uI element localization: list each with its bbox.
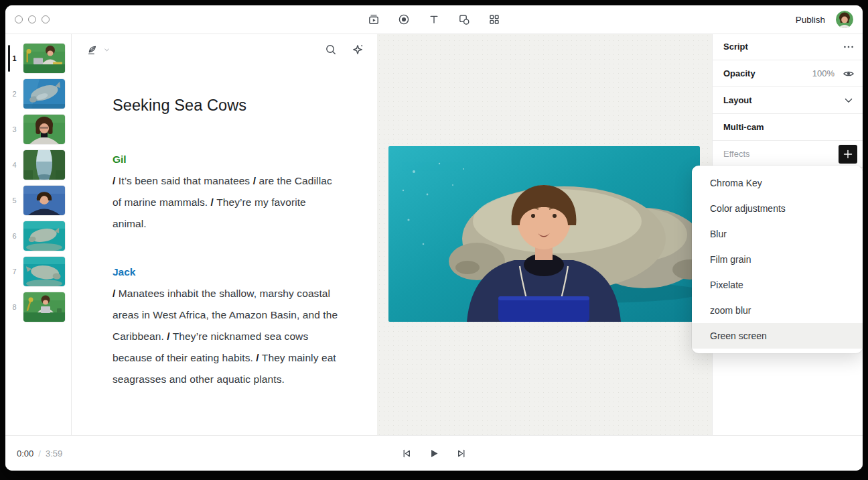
script-text[interactable]: / Manatees inhabit the shallow, marshy c… bbox=[113, 283, 340, 390]
clip-thumbnail[interactable] bbox=[23, 292, 65, 322]
effects-menu-item-chroma-key[interactable]: Chroma Key bbox=[692, 170, 863, 196]
inspector-value: 100% bbox=[812, 68, 835, 78]
shapes-icon[interactable] bbox=[458, 13, 470, 25]
clip-thumbnail[interactable] bbox=[23, 44, 65, 73]
clip-rail-item: 7 bbox=[5, 257, 71, 286]
inspector-label: Layout bbox=[723, 95, 843, 105]
record-icon bbox=[398, 13, 410, 25]
current-time: 0:00 bbox=[17, 448, 33, 459]
media-player-icon bbox=[368, 13, 380, 25]
effects-menu: Chroma KeyColor adjustmentsBlurFilm grai… bbox=[692, 166, 863, 353]
script-panel-header bbox=[86, 43, 364, 56]
user-avatar[interactable] bbox=[836, 11, 853, 28]
topbar-right: Publish bbox=[796, 5, 853, 34]
playback-controls bbox=[401, 436, 467, 471]
write-mode-button[interactable] bbox=[86, 44, 111, 56]
clip-number: 6 bbox=[5, 232, 23, 240]
dots-icon[interactable] bbox=[843, 41, 855, 53]
clip-thumbnail[interactable] bbox=[23, 79, 65, 109]
inspector-row-multi-cam[interactable]: Multi-cam bbox=[713, 114, 863, 141]
skip-back-icon[interactable] bbox=[401, 448, 413, 459]
script-panel: Seeking Sea Cows Gil/ It’s been said tha… bbox=[72, 34, 377, 436]
ai-sparkle-icon bbox=[352, 44, 364, 56]
clip-rail-item: 1 bbox=[5, 44, 71, 73]
clip-number: 7 bbox=[5, 267, 23, 276]
clip-number: 3 bbox=[5, 125, 23, 133]
inspector-row-script[interactable]: Script bbox=[713, 34, 863, 60]
timecode: 0:00 / 3:59 bbox=[17, 436, 62, 471]
inspector-row-opacity[interactable]: Opacity100% bbox=[713, 60, 863, 87]
script-header-actions bbox=[325, 44, 364, 56]
skip-forward-icon bbox=[456, 448, 467, 459]
speaker-label[interactable]: Jack bbox=[113, 261, 340, 283]
eye-icon[interactable] bbox=[843, 68, 855, 80]
dots-icon bbox=[843, 41, 855, 53]
text-icon[interactable] bbox=[428, 13, 440, 25]
speaker-label[interactable]: Gil bbox=[113, 149, 340, 170]
shapes-icon bbox=[458, 13, 470, 25]
effects-menu-item-blur[interactable]: Blur bbox=[692, 221, 863, 247]
effects-menu-item-zoom-blur[interactable]: zoom blur bbox=[692, 298, 863, 323]
script-title[interactable]: Seeking Sea Cows bbox=[113, 95, 340, 115]
toolbar-icons bbox=[368, 5, 500, 34]
layout-grid-icon[interactable] bbox=[488, 13, 500, 25]
clip-number: 2 bbox=[5, 90, 23, 98]
clip-thumbnail[interactable] bbox=[23, 221, 65, 251]
clip-thumbnail[interactable] bbox=[23, 150, 65, 180]
script-text[interactable]: / It’s been said that manatees / are the… bbox=[113, 170, 340, 235]
script-blocks: Gil/ It’s been said that manatees / are … bbox=[113, 149, 340, 390]
video-preview[interactable] bbox=[388, 146, 700, 322]
text-icon bbox=[428, 13, 440, 25]
search-icon bbox=[325, 44, 337, 56]
script-block: Gil/ It’s been said that manatees / are … bbox=[113, 149, 340, 235]
record-icon[interactable] bbox=[398, 13, 410, 25]
inspector-label: Opacity bbox=[723, 68, 812, 78]
clip-rail: 12345678 bbox=[5, 34, 72, 436]
eye-icon bbox=[843, 68, 855, 80]
close-button[interactable] bbox=[15, 15, 23, 23]
chevron-down-icon[interactable] bbox=[843, 95, 855, 107]
script-editor: Seeking Sea Cows Gil/ It’s been said tha… bbox=[113, 95, 340, 390]
play-icon[interactable] bbox=[429, 448, 440, 459]
effects-menu-item-film-grain[interactable]: Film grain bbox=[692, 247, 863, 272]
window-controls bbox=[15, 5, 50, 34]
add-effect-button[interactable] bbox=[839, 145, 857, 164]
clip-number: 8 bbox=[5, 303, 23, 311]
publish-button[interactable]: Publish bbox=[796, 15, 825, 25]
clip-thumbnail[interactable] bbox=[23, 257, 65, 286]
clip-thumbnail[interactable] bbox=[23, 186, 65, 215]
clip-number: 5 bbox=[5, 196, 23, 204]
media-player-icon[interactable] bbox=[368, 13, 380, 25]
effects-menu-item-pixelate[interactable]: Pixelate bbox=[692, 272, 863, 298]
clip-rail-item: 3 bbox=[5, 115, 71, 144]
inspector-label: Multi-cam bbox=[723, 122, 855, 132]
play-icon bbox=[429, 448, 440, 459]
effects-menu-item-green-screen[interactable]: Green screen bbox=[692, 323, 863, 349]
script-block: Jack/ Manatees inhabit the shallow, mars… bbox=[113, 261, 340, 390]
duration: 3:59 bbox=[46, 448, 62, 459]
effects-menu-item-color-adjustments[interactable]: Color adjustments bbox=[692, 196, 863, 221]
layout-grid-icon bbox=[488, 13, 500, 25]
search-icon[interactable] bbox=[325, 44, 337, 56]
app-window: Publish 12345678 Seeking Sea Cows Gil/ I… bbox=[5, 5, 863, 471]
inspector-label: Script bbox=[723, 42, 843, 52]
clip-number: 4 bbox=[5, 161, 23, 169]
ai-sparkle-icon[interactable] bbox=[352, 44, 364, 56]
chevron-down-icon bbox=[103, 46, 111, 54]
clip-rail-item: 2 bbox=[5, 79, 71, 109]
topbar: Publish bbox=[5, 5, 863, 34]
transport-bar: 0:00 / 3:59 bbox=[5, 435, 863, 471]
skip-back-icon bbox=[401, 448, 413, 459]
inspector-row-effects[interactable]: Effects bbox=[713, 141, 863, 168]
clip-number: 1 bbox=[5, 54, 23, 62]
clip-rail-item: 6 bbox=[5, 221, 71, 251]
minimize-button[interactable] bbox=[28, 15, 36, 23]
clip-thumbnail[interactable] bbox=[23, 115, 65, 144]
inspector-label: Effects bbox=[723, 149, 839, 159]
clip-rail-item: 8 bbox=[5, 292, 71, 322]
zoom-button[interactable] bbox=[42, 15, 50, 23]
inspector-row-layout[interactable]: Layout bbox=[713, 87, 863, 114]
skip-forward-icon[interactable] bbox=[456, 448, 467, 459]
clip-rail-item: 4 bbox=[5, 150, 71, 180]
preview-canvas bbox=[377, 34, 712, 436]
